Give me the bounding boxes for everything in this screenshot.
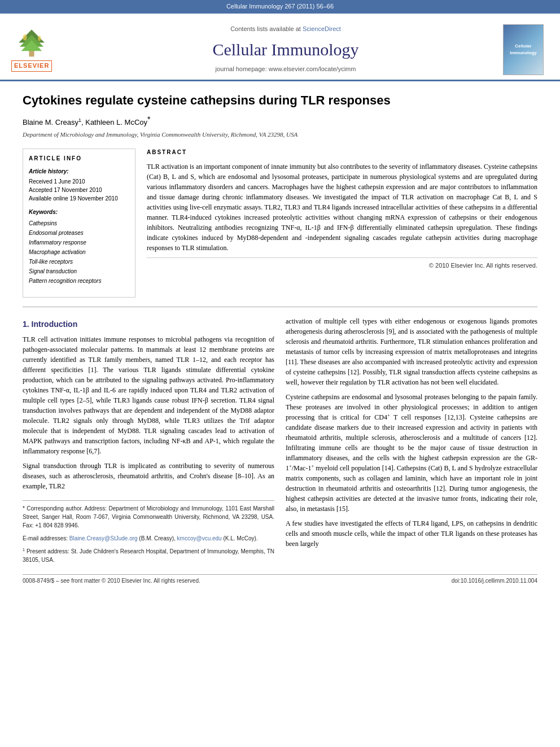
email-link-2[interactable]: kmccoy@vcu.edu [177, 535, 222, 541]
keywords-list: Cathepsins Endosomal proteases Inflammat… [29, 219, 129, 286]
elsevier-logo: ELSEVIER [11, 27, 52, 72]
journal-citation: Cellular Immunology 267 (2011) 56–66 [226, 3, 334, 10]
journal-cover-area: CellularImmunology [498, 19, 549, 80]
keyword-5: Toll-like receptors [29, 257, 129, 267]
svg-point-4 [23, 34, 27, 41]
intro-para-2: Signal transduction through TLR is impli… [23, 461, 274, 491]
abstract-heading: Abstract [147, 148, 537, 157]
top-bar: Cellular Immunology 267 (2011) 56–66 [0, 0, 560, 14]
keyword-7: Pattern recognition receptors [29, 276, 129, 286]
article-history: Article history: Received 1 June 2010 Ac… [29, 168, 129, 203]
keyword-6: Signal transduction [29, 267, 129, 276]
article-title: Cytokines regulate cysteine cathepsins d… [23, 93, 537, 109]
abstract-text: TLR activation is an important component… [147, 161, 537, 253]
footnote-area: * Corresponding author. Address: Departm… [23, 500, 274, 564]
intro-section-title: 1. Introduction [23, 318, 274, 330]
keywords-section: Keywords: Cathepsins Endosomal proteases… [29, 208, 129, 286]
right-para-3: A few studies have investigated the effe… [286, 518, 537, 549]
footer-issn: 0008-8749/$ – see front matter © 2010 El… [23, 577, 200, 586]
publisher-logo-area: ELSEVIER [11, 19, 73, 80]
journal-header: ELSEVIER Contents lists available at Sci… [0, 14, 560, 81]
svg-point-5 [38, 36, 41, 41]
available-date: Available online 19 November 2010 [29, 194, 129, 203]
keyword-1: Cathepsins [29, 219, 129, 228]
article-info-box: Article Info Article history: Received 1… [23, 148, 135, 298]
svg-rect-0 [29, 50, 34, 56]
journal-cover-image: CellularImmunology [503, 24, 544, 75]
authors-line: Blaine M. Creasy1, Kathleen L. McCoy* [23, 113, 537, 128]
author-1: Blaine M. Creasy [23, 118, 78, 126]
main-content: Cytokines regulate cysteine cathepsins d… [0, 81, 560, 596]
accepted-date: Accepted 17 November 2010 [29, 186, 129, 194]
keyword-4: Macrophage activation [29, 247, 129, 257]
elsevier-text: ELSEVIER [11, 60, 52, 72]
right-para-1: activation of multiple cell types with e… [286, 316, 537, 387]
copyright-line: © 2010 Elsevier Inc. All rights reserved… [147, 257, 537, 270]
page-footer: 0008-8749/$ – see front matter © 2010 El… [23, 574, 537, 586]
article-info-panel: Article Info Article history: Received 1… [23, 148, 135, 298]
sciencedirect-link[interactable]: ScienceDirect [303, 25, 341, 32]
footnote-email: E-mail addresses: Blaine.Creasy@StJude.o… [23, 534, 274, 543]
journal-title-area: Contents lists available at ScienceDirec… [73, 19, 498, 80]
author-2-asterisk: * [147, 115, 150, 124]
info-abstract-columns: Article Info Article history: Received 1… [23, 148, 537, 298]
intro-para-1: TLR cell activation initiates immune res… [23, 334, 274, 456]
article-info-heading: Article Info [29, 155, 129, 163]
keywords-heading: Keywords: [29, 208, 129, 217]
body-columns: 1. Introduction TLR cell activation init… [23, 316, 537, 569]
footnote-1: 1 Present address: St. Jude Children's R… [23, 547, 274, 564]
left-body-column: 1. Introduction TLR cell activation init… [23, 316, 274, 569]
right-para-2: Cysteine cathepsins are endosomal and ly… [286, 392, 537, 514]
abstract-panel: Abstract TLR activation is an important … [147, 148, 537, 298]
contents-line: Contents lists available at ScienceDirec… [79, 25, 492, 34]
journal-title: Cellular Immunology [79, 37, 492, 62]
received-date: Received 1 June 2010 [29, 177, 129, 186]
keyword-2: Endosomal proteases [29, 228, 129, 238]
history-heading: Article history: [29, 168, 129, 176]
affiliation: Department of Microbiology and Immunolog… [23, 130, 537, 139]
footnote-corresponding: * Corresponding author. Address: Departm… [23, 504, 274, 530]
author-sep: , Kathleen L. McCoy [81, 118, 147, 126]
elsevier-tree-icon [12, 27, 51, 58]
journal-homepage: journal homepage: www.elsevier.com/locat… [79, 65, 492, 74]
footer-doi: doi:10.1016/j.cellimm.2010.11.004 [452, 577, 537, 586]
email-link-1[interactable]: Blaine.Creasy@StJude.org [69, 535, 138, 541]
section-divider [23, 307, 537, 307]
right-body-column: activation of multiple cell types with e… [286, 316, 537, 569]
keyword-3: Inflammatory response [29, 238, 129, 247]
